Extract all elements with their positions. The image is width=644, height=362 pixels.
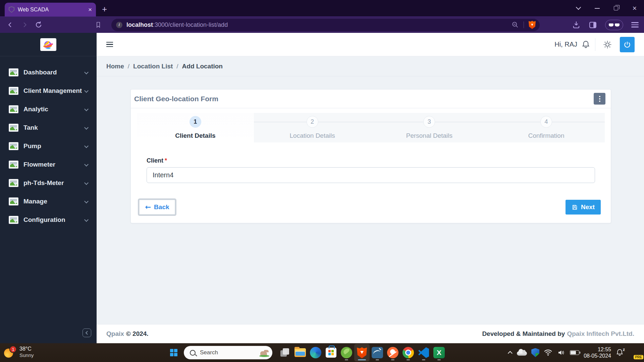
footer-copyright: © 2024. [126, 330, 149, 337]
site-info-icon[interactable]: i [116, 22, 122, 28]
sidebar-item-manage[interactable]: Manage [0, 192, 97, 210]
back-button[interactable] [3, 18, 17, 32]
search-icon [190, 350, 196, 356]
microsoft-store-button[interactable] [323, 344, 339, 361]
search-highlight-image [259, 348, 270, 358]
file-explorer-button[interactable] [292, 344, 308, 361]
sidebar-item-dashboard[interactable]: Dashboard [0, 63, 97, 81]
downloads-icon[interactable] [572, 20, 581, 29]
onedrive-icon[interactable] [517, 351, 527, 356]
battery-icon[interactable] [570, 350, 579, 355]
chevron-down-icon [84, 162, 89, 167]
sidebar-item-flowmeter[interactable]: Flowmeter [0, 155, 97, 174]
browser-menu-icon[interactable] [631, 21, 639, 28]
footer-brand-link[interactable]: Qpaix [106, 330, 124, 337]
start-button[interactable] [166, 345, 181, 361]
user-greeting: Hi, RAJ [554, 41, 577, 48]
toolbar-right [572, 20, 639, 30]
chevron-down-icon [84, 88, 89, 93]
excel-button[interactable]: X [431, 344, 447, 361]
chevron-down-icon [84, 70, 89, 74]
bookmarks-button[interactable] [91, 18, 105, 32]
search-placeholder: Search [200, 349, 259, 356]
side-panel-icon[interactable] [589, 21, 597, 29]
address-bar[interactable]: i localhost:3000/client-location-list/ad… [111, 19, 540, 31]
sun-icon [603, 40, 612, 49]
card-menu-button[interactable] [594, 93, 605, 105]
weather-widget[interactable]: 1 38°C Sunny [4, 346, 34, 358]
chrome-button[interactable] [400, 344, 416, 361]
mysql-workbench-button[interactable] [370, 344, 385, 361]
edge-button[interactable] [308, 344, 323, 361]
sidebar-nav: Dashboard Client Management Analytic Tan… [0, 56, 97, 229]
broken-image-icon [9, 142, 18, 150]
brave-lion-icon [357, 347, 367, 358]
new-tab-button[interactable]: + [102, 4, 107, 14]
spring-leaf-icon [341, 347, 352, 358]
breadcrumb-separator: / [128, 63, 129, 70]
next-step-button[interactable]: Next [566, 200, 601, 215]
breadcrumb-location-list[interactable]: Location List [133, 63, 173, 70]
speaker-icon[interactable] [557, 349, 566, 357]
page-content: Client Geo-location Form 1 Client Detail… [97, 76, 644, 324]
clock-date: 08-05-2024 [584, 353, 611, 359]
reload-button[interactable] [32, 18, 46, 32]
breadcrumb-separator: / [176, 63, 178, 70]
task-view-button[interactable] [277, 344, 292, 361]
spring-tools-button[interactable] [339, 344, 354, 361]
logout-button[interactable] [620, 37, 635, 52]
url-path: :3000/client-location-list/add [153, 21, 228, 28]
close-window-button[interactable]: × [625, 0, 644, 16]
step-confirmation: 4 Confirmation [488, 113, 605, 142]
client-input[interactable] [147, 167, 595, 183]
sidebar-collapse-button[interactable] [83, 328, 91, 337]
footer-dev-text: Developed & Maintained by [482, 330, 565, 337]
maximize-button[interactable] [606, 0, 625, 16]
brave-shield-icon[interactable] [529, 21, 536, 29]
brave-rewards-icon[interactable] [605, 20, 623, 30]
tab-search-button[interactable] [569, 0, 588, 16]
running-indicator [407, 359, 410, 360]
app-logo[interactable] [40, 38, 56, 51]
footer-company-link[interactable]: Qpaix Infitech Pvt.Ltd. [567, 330, 634, 337]
taskbar-search[interactable]: Search [184, 346, 272, 359]
sidebar: Dashboard Client Management Analytic Tan… [0, 33, 97, 343]
sidebar-item-configuration[interactable]: Configuration [0, 210, 97, 229]
sidebar-item-label: Configuration [23, 216, 65, 224]
wifi-icon[interactable] [544, 349, 552, 356]
sidebar-item-label: Dashboard [23, 69, 57, 76]
back-label: Back [154, 203, 169, 211]
broken-image-icon [9, 105, 18, 113]
minimize-button[interactable] [588, 0, 606, 16]
browser-tab[interactable]: Web SCADA × [5, 3, 96, 16]
chevron-down-icon [84, 107, 89, 111]
zoom-out-icon[interactable] [512, 21, 519, 28]
theme-toggle-button[interactable] [603, 40, 612, 49]
card-header: Client Geo-location Form [131, 89, 611, 108]
tray-overflow-icon[interactable] [508, 351, 513, 356]
sun-weather-icon: 1 [4, 347, 15, 357]
sidebar-toggle-icon[interactable] [106, 41, 113, 48]
sidebar-item-analytic[interactable]: Analytic [0, 100, 97, 118]
sidebar-item-pump[interactable]: Pump [0, 137, 97, 155]
postman-button[interactable] [385, 344, 400, 361]
chevron-down-icon [84, 125, 89, 130]
back-step-button[interactable]: ← Back [139, 200, 175, 215]
notification-center-button[interactable]: z [615, 348, 625, 357]
step-location-details: 2 Location Details [254, 113, 371, 142]
tab-close-icon[interactable]: × [88, 6, 92, 13]
breadcrumb-home[interactable]: Home [106, 63, 124, 70]
brave-browser-button[interactable] [354, 344, 370, 361]
forward-button[interactable] [17, 18, 32, 32]
vscode-button[interactable] [416, 344, 431, 361]
postman-icon [387, 347, 398, 358]
sidebar-item-tank[interactable]: Tank [0, 118, 97, 137]
sidebar-item-ph-tds-meter[interactable]: ph-Tds-Meter [0, 174, 97, 192]
notifications-button[interactable] [581, 40, 590, 49]
taskbar-clock[interactable]: 12:55 08-05-2024 [584, 346, 611, 359]
sidebar-item-client-management[interactable]: Client Management [0, 81, 97, 100]
sidebar-item-label: Analytic [23, 106, 48, 113]
copilot-button[interactable]: PRE [629, 347, 641, 359]
system-tray: 12:55 08-05-2024 z PRE [509, 343, 641, 362]
windows-security-icon[interactable] [531, 348, 539, 357]
